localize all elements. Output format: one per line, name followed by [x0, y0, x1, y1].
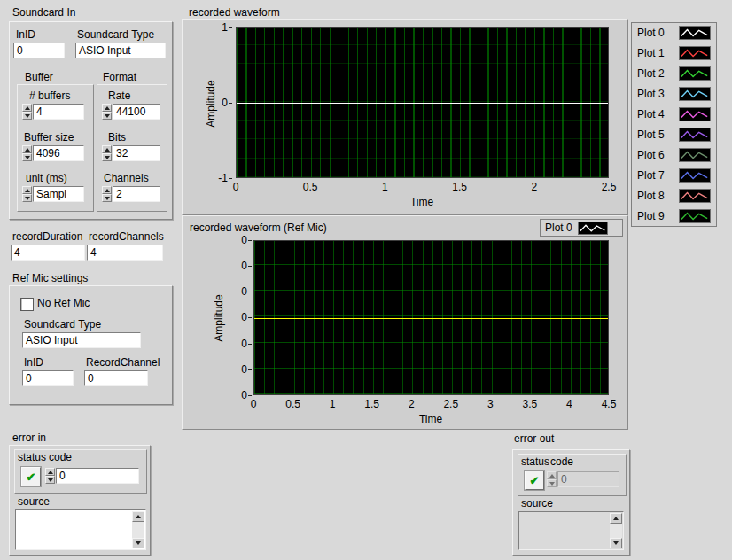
error-in-status-label: status [18, 452, 46, 463]
buffer-box: # buffers 4 Buffer size 4096 unit (ms) [17, 84, 94, 212]
increment-button[interactable] [22, 186, 32, 194]
soundcard-type-input[interactable]: ASIO Input [75, 43, 166, 58]
ref-soundcard-type-input[interactable]: ASIO Input [22, 332, 141, 348]
up-arrow-icon [136, 515, 141, 518]
ref-mic-legend[interactable]: Plot 0 [540, 219, 623, 237]
increment-button[interactable] [102, 104, 112, 112]
error-in-code-label: code [49, 452, 72, 463]
legend-item[interactable]: Plot 4 [632, 105, 716, 125]
scroll-up-button[interactable] [132, 511, 144, 522]
scroll-down-button[interactable] [132, 538, 144, 548]
decrement-button[interactable] [22, 194, 32, 202]
format-title: Format [103, 72, 136, 83]
plot-waveform-icon [679, 209, 711, 223]
bits-control[interactable]: 32 [102, 145, 160, 161]
buffer-size-value[interactable]: 4096 [33, 145, 84, 161]
legend-item[interactable]: Plot 0 [632, 23, 716, 43]
down-arrow-icon [613, 541, 619, 545]
y-tick: 0 [241, 261, 252, 271]
decrement-button[interactable] [102, 153, 112, 161]
record-duration-input[interactable]: 4 [11, 245, 85, 261]
decrement-button[interactable] [22, 153, 32, 161]
legend-label: Plot 7 [637, 169, 665, 182]
x-axis-label: Time [419, 413, 442, 425]
error-in-source-scrollbar[interactable] [132, 511, 144, 548]
x-tick: 1 [382, 182, 388, 192]
legend-item[interactable]: Plot 7 [632, 165, 716, 185]
soundcard-in-title: Soundcard In [12, 7, 75, 19]
buffer-title: Buffer [25, 72, 53, 83]
x-tick: 2 [409, 399, 415, 409]
num-buffers-control[interactable]: 4 [22, 104, 84, 120]
decrement-button[interactable] [102, 112, 112, 120]
record-channels-input[interactable]: 4 [87, 245, 163, 261]
legend-item[interactable]: Plot 1 [632, 43, 716, 64]
no-ref-mic-checkbox[interactable] [20, 298, 34, 311]
error-out-source-scrollbar[interactable] [610, 513, 622, 548]
num-buffers-value[interactable]: 4 [33, 104, 84, 120]
decrement-button[interactable] [102, 194, 112, 202]
x-tick: 0.5 [285, 399, 300, 409]
decrement-button[interactable] [22, 112, 32, 120]
decrement-button[interactable] [45, 476, 55, 484]
unit-value[interactable]: Sampl [33, 186, 84, 202]
legend-item[interactable]: Plot 8 [632, 185, 716, 206]
legend-item[interactable]: Plot 3 [632, 84, 716, 105]
increment-button[interactable] [22, 145, 32, 153]
error-out-panel: status ✔ code 0 source [512, 449, 630, 556]
channels-control[interactable]: 2 [102, 186, 160, 202]
x-tick: 0.5 [303, 182, 318, 192]
error-in-title: error in [12, 432, 46, 444]
y-axis-ticks: 0 0 0 0 0 0 0 [229, 235, 252, 401]
plot-waveform-icon [578, 222, 608, 235]
y-tick: 0 [241, 286, 252, 297]
ref-mic-graph-title: recorded waveform (Ref Mic) [190, 222, 327, 234]
record-channel-value: 0 [88, 372, 94, 385]
legend-item[interactable]: Plot 2 [632, 64, 716, 84]
error-in-code-control[interactable]: 0 [45, 468, 139, 484]
y-tick: 1 [222, 22, 232, 33]
x-tick: 1 [330, 399, 336, 409]
scroll-up-button[interactable] [610, 513, 622, 524]
legend-label: Plot 4 [637, 108, 665, 121]
plot-waveform-icon [679, 189, 711, 203]
unit-control[interactable]: Sampl [22, 186, 84, 202]
ref-mic-plot-area [253, 240, 609, 395]
channels-label: Channels [104, 173, 149, 184]
bits-value[interactable]: 32 [113, 145, 160, 161]
labview-front-panel: Soundcard In InID 0 Soundcard Type ASIO … [0, 0, 732, 560]
legend-label: Plot 1 [637, 47, 665, 59]
increment-button[interactable] [22, 104, 32, 112]
error-in-status-button[interactable]: ✔ [21, 467, 41, 486]
error-out-source-indicator [518, 511, 624, 550]
unit-spinner [22, 186, 32, 202]
error-in-source-input[interactable] [15, 509, 146, 550]
rate-value[interactable]: 44100 [113, 104, 160, 120]
ref-inid-input[interactable]: 0 [22, 370, 74, 386]
plot-waveform-icon [679, 26, 711, 40]
scroll-down-button[interactable] [610, 538, 622, 548]
increment-button[interactable] [102, 145, 112, 153]
ref-mic-title: Ref Mic settings [12, 273, 88, 284]
rate-control[interactable]: 44100 [102, 104, 160, 120]
legend-item[interactable]: Plot 6 [632, 144, 716, 165]
increment-button[interactable] [102, 186, 112, 194]
legend-label: Plot 0 [545, 222, 572, 234]
legend-label: Plot 3 [637, 88, 665, 100]
record-duration-label: recordDuration [12, 231, 82, 243]
error-in-code-value[interactable]: 0 [56, 468, 139, 484]
down-arrow-icon [25, 197, 30, 200]
legend-item[interactable]: Plot 9 [632, 206, 716, 226]
inid-value: 0 [17, 44, 23, 57]
y-tick: 0 [241, 312, 252, 323]
channels-spinner [102, 186, 112, 202]
buffer-size-control[interactable]: 4096 [22, 145, 84, 161]
x-tick: 1.5 [452, 182, 467, 192]
record-channel-input[interactable]: 0 [84, 370, 148, 386]
channels-value[interactable]: 2 [113, 186, 160, 202]
unit-label: unit (ms) [26, 173, 67, 184]
legend-item[interactable]: Plot 5 [632, 125, 716, 145]
increment-button[interactable] [45, 468, 55, 476]
inid-input[interactable]: 0 [13, 43, 65, 58]
decrement-button [547, 479, 557, 487]
